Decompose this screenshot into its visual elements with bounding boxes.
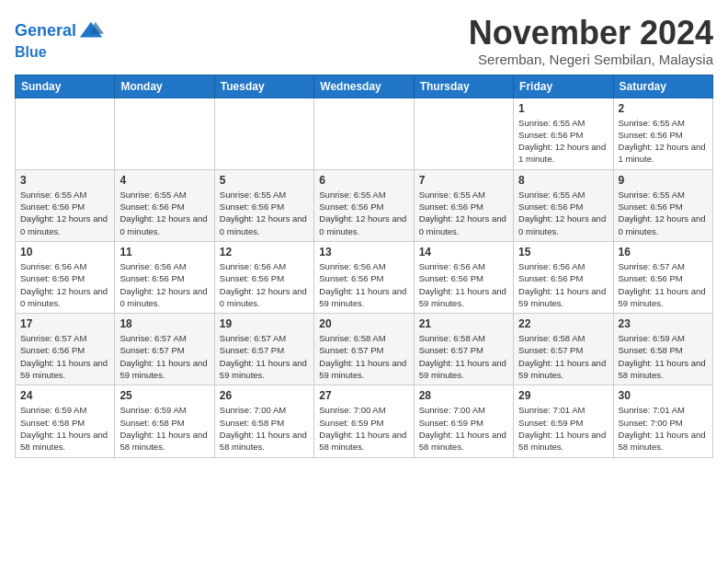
day-info: Sunrise: 6:59 AM Sunset: 6:58 PM Dayligh… <box>619 332 708 381</box>
day-info: Sunrise: 6:59 AM Sunset: 6:58 PM Dayligh… <box>119 404 209 453</box>
day-number: 8 <box>518 174 608 187</box>
logo: General Blue <box>15 18 104 61</box>
calendar-table: SundayMondayTuesdayWednesdayThursdayFrid… <box>15 75 713 458</box>
day-info: Sunrise: 6:56 AM Sunset: 6:56 PM Dayligh… <box>319 260 408 309</box>
day-number: 21 <box>419 317 508 330</box>
calendar-cell: 7Sunrise: 6:55 AM Sunset: 6:56 PM Daylig… <box>414 169 513 241</box>
weekday-header-friday: Friday <box>514 75 613 98</box>
calendar-cell <box>214 98 313 169</box>
day-number: 27 <box>319 389 408 402</box>
weekday-header-sunday: Sunday <box>16 75 115 98</box>
logo-icon <box>78 18 104 44</box>
calendar-cell <box>414 98 513 169</box>
weekday-header-row: SundayMondayTuesdayWednesdayThursdayFrid… <box>16 75 713 98</box>
calendar-cell: 29Sunrise: 7:01 AM Sunset: 6:59 PM Dayli… <box>514 385 613 457</box>
calendar-cell: 20Sunrise: 6:58 AM Sunset: 6:57 PM Dayli… <box>314 314 414 385</box>
day-number: 3 <box>20 174 109 187</box>
day-info: Sunrise: 6:55 AM Sunset: 6:56 PM Dayligh… <box>619 189 708 237</box>
day-info: Sunrise: 6:55 AM Sunset: 6:56 PM Dayligh… <box>419 189 508 237</box>
subtitle: Seremban, Negeri Sembilan, Malaysia <box>469 52 713 67</box>
calendar-cell: 16Sunrise: 6:57 AM Sunset: 6:56 PM Dayli… <box>613 241 712 313</box>
day-info: Sunrise: 6:55 AM Sunset: 6:56 PM Dayligh… <box>518 117 608 166</box>
calendar-cell: 22Sunrise: 6:58 AM Sunset: 6:57 PM Dayli… <box>514 314 613 385</box>
calendar-cell: 30Sunrise: 7:01 AM Sunset: 7:00 PM Dayli… <box>613 385 712 457</box>
month-title: November 2024 <box>469 15 713 52</box>
calendar-cell <box>115 98 214 169</box>
day-number: 26 <box>220 389 309 402</box>
day-info: Sunrise: 6:57 AM Sunset: 6:56 PM Dayligh… <box>619 260 708 309</box>
day-info: Sunrise: 6:55 AM Sunset: 6:56 PM Dayligh… <box>119 189 209 237</box>
day-number: 23 <box>619 317 708 330</box>
logo-line2: Blue <box>15 44 104 61</box>
day-number: 12 <box>220 246 309 259</box>
day-info: Sunrise: 6:56 AM Sunset: 6:56 PM Dayligh… <box>518 260 608 309</box>
logo-text: General <box>15 22 76 40</box>
day-number: 4 <box>119 174 209 187</box>
title-block: November 2024 Seremban, Negeri Sembilan,… <box>469 15 713 67</box>
day-info: Sunrise: 6:55 AM Sunset: 6:56 PM Dayligh… <box>220 189 309 237</box>
day-number: 20 <box>319 317 408 330</box>
calendar-week-row: 1Sunrise: 6:55 AM Sunset: 6:56 PM Daylig… <box>16 98 713 169</box>
calendar-cell: 28Sunrise: 7:00 AM Sunset: 6:59 PM Dayli… <box>414 385 513 457</box>
calendar-cell: 25Sunrise: 6:59 AM Sunset: 6:58 PM Dayli… <box>115 385 214 457</box>
day-info: Sunrise: 7:00 AM Sunset: 6:59 PM Dayligh… <box>419 404 508 453</box>
day-info: Sunrise: 6:58 AM Sunset: 6:57 PM Dayligh… <box>419 332 508 381</box>
day-number: 29 <box>518 389 608 402</box>
day-info: Sunrise: 6:56 AM Sunset: 6:56 PM Dayligh… <box>220 260 309 309</box>
weekday-header-tuesday: Tuesday <box>214 75 313 98</box>
calendar-cell: 24Sunrise: 6:59 AM Sunset: 6:58 PM Dayli… <box>16 385 115 457</box>
day-number: 2 <box>619 102 708 115</box>
calendar-cell: 18Sunrise: 6:57 AM Sunset: 6:57 PM Dayli… <box>115 314 214 385</box>
day-number: 24 <box>20 389 109 402</box>
day-number: 11 <box>119 246 209 259</box>
day-info: Sunrise: 6:56 AM Sunset: 6:56 PM Dayligh… <box>419 260 508 309</box>
day-info: Sunrise: 6:59 AM Sunset: 6:58 PM Dayligh… <box>20 404 109 453</box>
day-number: 22 <box>518 317 608 330</box>
day-info: Sunrise: 6:58 AM Sunset: 6:57 PM Dayligh… <box>319 332 408 381</box>
day-number: 5 <box>220 174 309 187</box>
calendar-cell: 11Sunrise: 6:56 AM Sunset: 6:56 PM Dayli… <box>115 241 214 313</box>
calendar-cell: 4Sunrise: 6:55 AM Sunset: 6:56 PM Daylig… <box>115 169 214 241</box>
day-info: Sunrise: 7:00 AM Sunset: 6:58 PM Dayligh… <box>220 404 309 453</box>
day-info: Sunrise: 7:00 AM Sunset: 6:59 PM Dayligh… <box>319 404 408 453</box>
day-number: 14 <box>419 246 508 259</box>
day-number: 17 <box>20 317 109 330</box>
day-number: 16 <box>619 246 708 259</box>
day-number: 9 <box>619 174 708 187</box>
day-number: 7 <box>419 174 508 187</box>
calendar-cell: 12Sunrise: 6:56 AM Sunset: 6:56 PM Dayli… <box>214 241 313 313</box>
calendar-cell <box>16 98 115 169</box>
day-number: 15 <box>518 246 608 259</box>
weekday-header-monday: Monday <box>115 75 214 98</box>
calendar-cell: 21Sunrise: 6:58 AM Sunset: 6:57 PM Dayli… <box>414 314 513 385</box>
day-number: 18 <box>119 317 209 330</box>
day-info: Sunrise: 6:57 AM Sunset: 6:57 PM Dayligh… <box>119 332 209 381</box>
calendar-cell: 1Sunrise: 6:55 AM Sunset: 6:56 PM Daylig… <box>514 98 613 169</box>
day-info: Sunrise: 6:55 AM Sunset: 6:56 PM Dayligh… <box>518 189 608 237</box>
calendar-cell: 15Sunrise: 6:56 AM Sunset: 6:56 PM Dayli… <box>514 241 613 313</box>
day-number: 19 <box>220 317 309 330</box>
weekday-header-wednesday: Wednesday <box>314 75 414 98</box>
day-number: 25 <box>119 389 209 402</box>
day-info: Sunrise: 6:58 AM Sunset: 6:57 PM Dayligh… <box>518 332 608 381</box>
day-number: 30 <box>619 389 708 402</box>
calendar-cell: 5Sunrise: 6:55 AM Sunset: 6:56 PM Daylig… <box>214 169 313 241</box>
calendar-cell: 3Sunrise: 6:55 AM Sunset: 6:56 PM Daylig… <box>16 169 115 241</box>
weekday-header-thursday: Thursday <box>414 75 513 98</box>
day-number: 6 <box>319 174 408 187</box>
day-info: Sunrise: 6:57 AM Sunset: 6:57 PM Dayligh… <box>220 332 309 381</box>
calendar-cell: 10Sunrise: 6:56 AM Sunset: 6:56 PM Dayli… <box>16 241 115 313</box>
day-info: Sunrise: 6:55 AM Sunset: 6:56 PM Dayligh… <box>619 117 708 166</box>
calendar-cell: 27Sunrise: 7:00 AM Sunset: 6:59 PM Dayli… <box>314 385 414 457</box>
day-info: Sunrise: 6:57 AM Sunset: 6:56 PM Dayligh… <box>20 332 109 381</box>
day-info: Sunrise: 7:01 AM Sunset: 6:59 PM Dayligh… <box>518 404 608 453</box>
calendar-cell: 8Sunrise: 6:55 AM Sunset: 6:56 PM Daylig… <box>514 169 613 241</box>
day-number: 13 <box>319 246 408 259</box>
day-number: 10 <box>20 246 109 259</box>
day-number: 1 <box>518 102 608 115</box>
calendar-cell: 14Sunrise: 6:56 AM Sunset: 6:56 PM Dayli… <box>414 241 513 313</box>
calendar-cell: 2Sunrise: 6:55 AM Sunset: 6:56 PM Daylig… <box>613 98 712 169</box>
calendar-cell <box>314 98 414 169</box>
day-info: Sunrise: 6:56 AM Sunset: 6:56 PM Dayligh… <box>119 260 209 309</box>
day-number: 28 <box>419 389 508 402</box>
